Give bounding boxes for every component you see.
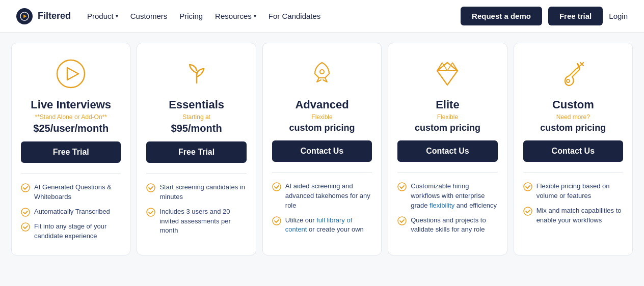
chevron-down-icon: ▾ bbox=[116, 13, 118, 19]
feature-list: Customizable hiring workflows with enter… bbox=[397, 182, 497, 235]
feature-item: Automatically Transcribed bbox=[21, 207, 121, 217]
logo-text: Filtered bbox=[38, 11, 71, 21]
feature-item: Start screening candidates in minutes bbox=[146, 183, 246, 202]
svg-point-4 bbox=[21, 184, 30, 192]
nav-resources[interactable]: Resources ▾ bbox=[215, 12, 256, 20]
plan-title: Live Interviews bbox=[31, 98, 111, 111]
chevron-down-icon-2: ▾ bbox=[254, 13, 256, 19]
plan-title: Elite bbox=[436, 98, 459, 111]
feature-item: AI Generated Questions & Whiteboards bbox=[21, 183, 121, 202]
nav-pricing[interactable]: Pricing bbox=[179, 12, 203, 20]
navbar: Filtered Product ▾ Customers Pricing Res… bbox=[0, 0, 644, 33]
logo[interactable]: Filtered bbox=[16, 8, 71, 24]
plant-icon bbox=[178, 55, 215, 92]
plan-cta-button[interactable]: Contact Us bbox=[523, 140, 623, 162]
svg-point-10 bbox=[273, 183, 281, 191]
svg-point-17 bbox=[398, 183, 406, 191]
feature-list: Start screening candidates in minutes In… bbox=[146, 183, 246, 236]
cards-row: Live Interviews **Stand Alone or Add-On*… bbox=[8, 43, 636, 255]
check-icon bbox=[397, 182, 407, 191]
plan-cta-button[interactable]: Free Trial bbox=[146, 141, 246, 163]
plan-price: custom pricing bbox=[540, 123, 606, 133]
login-button[interactable]: Login bbox=[609, 12, 628, 20]
svg-point-9 bbox=[320, 70, 324, 74]
svg-point-2 bbox=[57, 60, 85, 88]
plan-cta-button[interactable]: Contact Us bbox=[397, 140, 497, 162]
nav-left: Filtered Product ▾ Customers Pricing Res… bbox=[16, 8, 320, 24]
plan-title: Custom bbox=[552, 98, 594, 111]
request-demo-button[interactable]: Request a demo bbox=[461, 7, 542, 25]
plan-cta-button[interactable]: Contact Us bbox=[272, 140, 372, 162]
check-icon bbox=[146, 183, 155, 192]
svg-point-6 bbox=[21, 223, 30, 231]
feature-list: AI Generated Questions & Whiteboards Aut… bbox=[21, 183, 121, 241]
pricing-area: Live Interviews **Stand Alone or Add-On*… bbox=[0, 33, 644, 286]
card-divider bbox=[397, 172, 497, 173]
check-icon bbox=[397, 216, 407, 225]
check-icon bbox=[272, 216, 281, 225]
rocket-icon bbox=[304, 55, 340, 92]
plan-price: custom pricing bbox=[415, 123, 480, 133]
check-icon bbox=[523, 182, 532, 191]
feature-item: AI aided screening and advanced takehome… bbox=[272, 182, 372, 211]
svg-point-18 bbox=[398, 217, 406, 225]
plan-subtitle: Need more? bbox=[556, 113, 590, 121]
plan-subtitle: Flexible bbox=[437, 113, 458, 121]
svg-point-20 bbox=[524, 183, 532, 191]
card-divider bbox=[146, 173, 246, 174]
nav-links: Product ▾ Customers Pricing Resources ▾ … bbox=[87, 12, 320, 20]
svg-point-11 bbox=[273, 217, 281, 225]
plan-subtitle: Flexible bbox=[311, 113, 332, 121]
play-icon bbox=[52, 55, 89, 92]
svg-point-5 bbox=[21, 208, 30, 216]
nav-right: Request a demo Free trial Login bbox=[461, 7, 628, 25]
check-icon bbox=[21, 222, 30, 232]
plan-card-custom: Custom Need more? custom pricing Contact… bbox=[514, 43, 633, 255]
check-icon bbox=[272, 182, 281, 191]
diamond-icon bbox=[429, 55, 466, 92]
plan-title: Advanced bbox=[295, 98, 348, 111]
plan-card-essentials: Essentials Starting at $95/month Free Tr… bbox=[137, 43, 256, 255]
feature-item: Utilize our full library of content or c… bbox=[272, 216, 372, 235]
card-divider bbox=[272, 172, 372, 173]
feature-item: Includes 3 users and 20 invited assessme… bbox=[146, 207, 246, 236]
plan-card-live-interviews: Live Interviews **Stand Alone or Add-On*… bbox=[11, 43, 130, 255]
feature-item: Fit into any stage of your candidate exp… bbox=[21, 222, 121, 241]
plan-price: $95/month bbox=[171, 123, 222, 134]
nav-customers[interactable]: Customers bbox=[130, 12, 168, 20]
plan-price: $25/user/month bbox=[33, 123, 109, 134]
check-icon bbox=[21, 208, 30, 217]
card-divider bbox=[21, 173, 121, 174]
feature-item: Questions and projects to validate skill… bbox=[397, 216, 497, 235]
free-trial-button[interactable]: Free trial bbox=[548, 7, 603, 25]
check-icon bbox=[523, 207, 532, 216]
plan-card-elite: Elite Flexible custom pricing Contact Us… bbox=[388, 43, 507, 255]
svg-point-19 bbox=[567, 79, 570, 82]
plan-subtitle: **Stand Alone or Add-On** bbox=[35, 113, 106, 121]
svg-point-7 bbox=[147, 184, 155, 192]
feature-item: Flexible pricing based on volume or feat… bbox=[523, 182, 623, 201]
plan-cta-button[interactable]: Free Trial bbox=[21, 141, 121, 163]
svg-marker-1 bbox=[23, 14, 26, 18]
check-icon bbox=[146, 208, 155, 217]
svg-point-21 bbox=[524, 207, 532, 215]
wrench-icon bbox=[555, 55, 592, 92]
plan-price: custom pricing bbox=[289, 123, 355, 133]
check-icon bbox=[21, 183, 30, 192]
feature-list: Flexible pricing based on volume or feat… bbox=[523, 182, 623, 225]
svg-marker-3 bbox=[67, 68, 78, 80]
feature-item: Customizable hiring workflows with enter… bbox=[397, 182, 497, 211]
logo-icon bbox=[16, 8, 33, 24]
plan-card-advanced: Advanced Flexible custom pricing Contact… bbox=[262, 43, 382, 255]
plan-subtitle: Starting at bbox=[182, 113, 210, 121]
feature-list: AI aided screening and advanced takehome… bbox=[272, 182, 372, 235]
nav-product[interactable]: Product ▾ bbox=[87, 12, 118, 20]
feature-item: Mix and match capabilities to enable you… bbox=[523, 206, 623, 225]
card-divider bbox=[523, 172, 623, 173]
plan-title: Essentials bbox=[169, 98, 224, 111]
svg-point-8 bbox=[147, 208, 155, 216]
nav-candidates[interactable]: For Candidates bbox=[269, 12, 321, 20]
